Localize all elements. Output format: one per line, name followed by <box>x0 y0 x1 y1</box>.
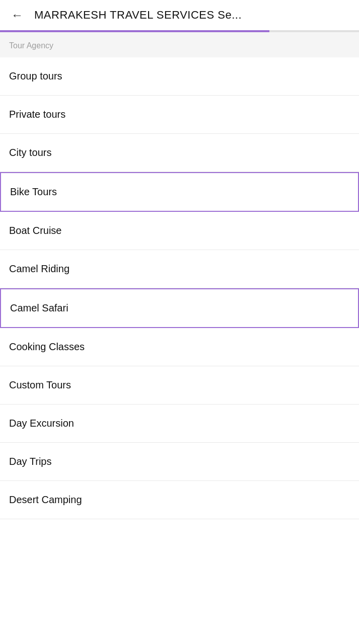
list-item-label-camel-safari: Camel Safari <box>10 302 68 314</box>
list-item-custom-tours[interactable]: Custom Tours <box>0 366 359 405</box>
list-item-city-tours[interactable]: City tours <box>0 134 359 172</box>
list-item-label-boat-cruise: Boat Cruise <box>9 225 62 236</box>
list-item-boat-cruise[interactable]: Boat Cruise <box>0 212 359 250</box>
list-item-camel-riding[interactable]: Camel Riding <box>0 250 359 288</box>
list-item-label-day-excursion: Day Excursion <box>9 418 74 429</box>
list-item-camel-safari[interactable]: Camel Safari <box>0 288 359 328</box>
list-item-cooking-classes[interactable]: Cooking Classes <box>0 328 359 366</box>
list-item-label-cooking-classes: Cooking Classes <box>9 341 85 353</box>
back-button[interactable]: ← <box>8 6 26 24</box>
list-item-label-city-tours: City tours <box>9 147 51 158</box>
list-item-day-trips[interactable]: Day Trips <box>0 443 359 481</box>
list-item-private-tours[interactable]: Private tours <box>0 96 359 134</box>
list-item-label-desert-camping: Desert Camping <box>9 494 82 506</box>
section-label: Tour Agency <box>0 32 359 57</box>
list-item-label-group-tours: Group tours <box>9 70 62 82</box>
list-item-label-day-trips: Day Trips <box>9 456 51 467</box>
list-item-day-excursion[interactable]: Day Excursion <box>0 405 359 443</box>
header: ← MARRAKESH TRAVEL SERVICES Se... <box>0 0 359 30</box>
list-item-bike-tours[interactable]: Bike Tours <box>0 172 359 212</box>
list-item-group-tours[interactable]: Group tours <box>0 57 359 96</box>
list-container: Group toursPrivate toursCity toursBike T… <box>0 57 359 519</box>
header-title: MARRAKESH TRAVEL SERVICES Se... <box>34 9 242 22</box>
list-item-label-custom-tours: Custom Tours <box>9 379 71 391</box>
list-item-label-bike-tours: Bike Tours <box>10 186 57 198</box>
list-item-desert-camping[interactable]: Desert Camping <box>0 481 359 519</box>
list-item-label-private-tours: Private tours <box>9 109 65 120</box>
list-item-label-camel-riding: Camel Riding <box>9 263 69 275</box>
